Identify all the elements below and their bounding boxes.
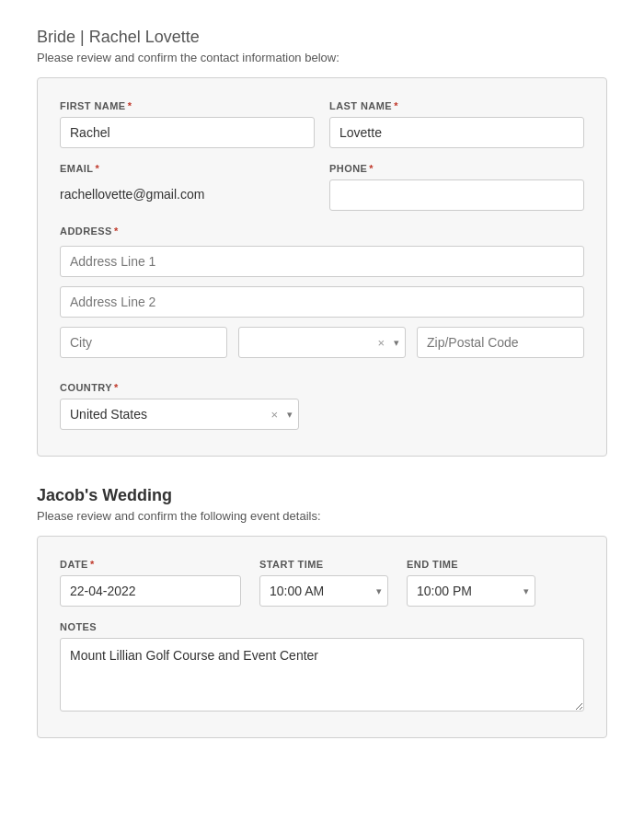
first-name-input[interactable] [60, 117, 315, 148]
start-time-select-wrapper: 10:00 AM 10:30 AM 11:00 AM ▾ [259, 575, 388, 607]
start-time-group: START TIME 10:00 AM 10:30 AM 11:00 AM ▾ [259, 559, 388, 607]
first-name-label: FIRST NAME* [60, 100, 315, 111]
country-label: COUNTRY* [60, 382, 299, 393]
address-section: ADDRESS* × ▾ [60, 226, 584, 367]
email-display: rachellovette@gmail.com [60, 179, 315, 209]
date-label: DATE* [60, 559, 241, 570]
address-line2-input[interactable] [60, 286, 584, 318]
country-select[interactable]: United States Canada United Kingdom [61, 399, 298, 429]
last-name-group: LAST NAME* [329, 100, 584, 148]
phone-input[interactable] [329, 179, 584, 211]
date-time-row: DATE* START TIME 10:00 AM 10:30 AM 11:00… [60, 559, 584, 607]
first-name-group: FIRST NAME* [60, 100, 315, 148]
address-required: * [114, 226, 119, 237]
wedding-section: Jacob's Wedding Please review and confir… [37, 486, 607, 738]
end-time-select[interactable]: 9:00 PM 9:30 PM 10:00 PM 10:30 PM [408, 576, 535, 606]
wedding-subtitle: Please review and confirm the following … [37, 509, 607, 523]
notes-label: NOTES [60, 621, 584, 632]
notes-textarea[interactable]: Mount Lillian Golf Course and Event Cent… [60, 638, 584, 712]
end-time-group: END TIME 9:00 PM 9:30 PM 10:00 PM 10:30 … [407, 559, 535, 607]
city-state-zip-row: × ▾ [60, 327, 584, 358]
address-line1-input[interactable] [60, 246, 584, 277]
phone-label: PHONE* [329, 163, 584, 174]
date-input[interactable] [60, 575, 241, 607]
start-time-select[interactable]: 10:00 AM 10:30 AM 11:00 AM [260, 576, 387, 606]
phone-group: PHONE* [329, 163, 584, 211]
bride-name: Rachel Lovette [89, 28, 200, 46]
last-name-required: * [394, 100, 398, 111]
zip-group [417, 327, 584, 358]
start-time-label: START TIME [259, 559, 388, 570]
email-required: * [95, 163, 99, 174]
bride-section: Bride | Rachel Lovette Please review and… [37, 28, 607, 457]
notes-group: NOTES Mount Lillian Golf Course and Even… [60, 621, 584, 712]
zip-input[interactable] [417, 327, 584, 358]
first-name-required: * [128, 100, 132, 111]
bride-separator: | [80, 28, 89, 46]
country-row: COUNTRY* United States Canada United Kin… [60, 382, 584, 430]
city-group [60, 327, 227, 358]
country-select-wrapper: United States Canada United Kingdom × ▾ [60, 399, 299, 430]
wedding-card: DATE* START TIME 10:00 AM 10:30 AM 11:00… [37, 536, 607, 738]
bride-card: FIRST NAME* LAST NAME* EMAIL* rachellove… [37, 77, 607, 457]
email-phone-row: EMAIL* rachellovette@gmail.com PHONE* [60, 163, 584, 211]
last-name-input[interactable] [329, 117, 584, 148]
email-label: EMAIL* [60, 163, 315, 174]
country-clear-icon[interactable]: × [270, 408, 278, 422]
country-required: * [114, 382, 119, 393]
end-time-select-wrapper: 9:00 PM 9:30 PM 10:00 PM 10:30 PM ▾ [407, 575, 535, 607]
state-select-wrapper: × ▾ [238, 327, 406, 358]
bride-title: Bride | Rachel Lovette [37, 28, 607, 47]
last-name-label: LAST NAME* [329, 100, 584, 111]
end-time-label: END TIME [407, 559, 535, 570]
address-label: ADDRESS* [60, 226, 584, 237]
email-group: EMAIL* rachellovette@gmail.com [60, 163, 315, 211]
bride-subtitle: Please review and confirm the contact in… [37, 51, 607, 64]
state-clear-icon[interactable]: × [377, 336, 385, 350]
state-group: × ▾ [238, 327, 406, 358]
date-required: * [90, 559, 95, 570]
country-group: COUNTRY* United States Canada United Kin… [60, 382, 299, 430]
wedding-title: Jacob's Wedding [37, 486, 607, 505]
phone-required: * [369, 163, 374, 174]
name-row: FIRST NAME* LAST NAME* [60, 100, 584, 148]
city-input[interactable] [60, 327, 227, 358]
date-group: DATE* [60, 559, 241, 607]
